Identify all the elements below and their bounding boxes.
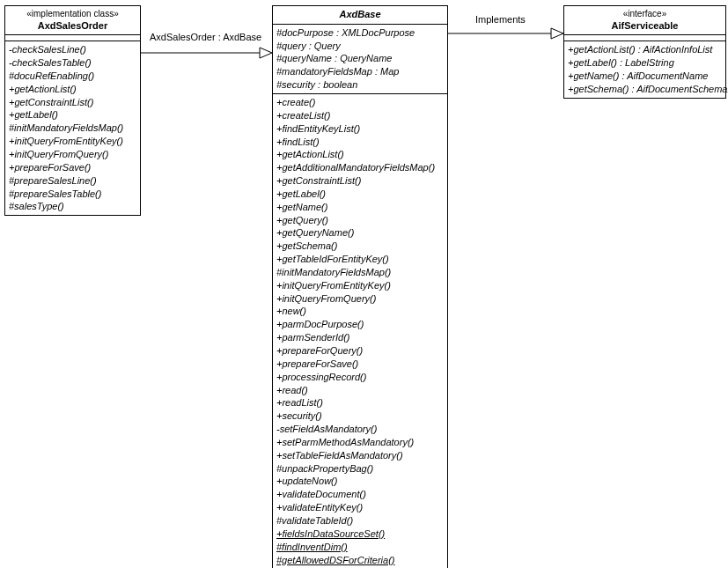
class-header: AxdBase (273, 6, 447, 25)
uml-member: +createList() (276, 109, 444, 122)
uml-member: +validateEntityKey() (276, 501, 444, 514)
uml-member: #initMandatoryFieldsMap() (9, 122, 136, 135)
class-aif-serviceable: «interface» AifServiceable +getActionLis… (563, 5, 726, 99)
relation-label-implements: Implements (475, 14, 526, 25)
uml-member: +initQueryFromQuery() (276, 292, 444, 306)
uml-member: +initQueryFromEntityKey() (276, 279, 444, 292)
uml-member: +getSchema() : AifDocumentSchemaXml (568, 83, 722, 96)
uml-member: #findInventDim() (276, 541, 444, 554)
uml-member: +getQueryName() (276, 226, 444, 240)
uml-member: #queryName : QueryName (276, 52, 444, 65)
uml-member: +getName() (276, 201, 444, 214)
uml-member: +read() (276, 384, 444, 397)
connector-implements (448, 25, 564, 42)
class-header: «implementation class» AxdSalesOrder (5, 6, 140, 35)
attributes-section (564, 35, 725, 41)
class-axd-sales-order: «implementation class» AxdSalesOrder -ch… (4, 5, 141, 216)
uml-member: +getLabel() : LabelString (568, 56, 722, 70)
uml-member: +getActionList() (9, 83, 136, 96)
uml-member: +prepareForQuery() (276, 344, 444, 358)
uml-member: +parmSenderId() (276, 331, 444, 344)
uml-member: +updateNow() (276, 475, 444, 488)
uml-member: +getConstraintList() (276, 174, 444, 188)
uml-member: +getAdditionalMandatoryFieldsMap() (276, 161, 444, 174)
uml-member: +processingRecord() (276, 371, 444, 384)
uml-member: +getLabel() (276, 188, 444, 201)
uml-member: #docPurpose : XMLDocPurpose (276, 26, 444, 40)
uml-member: +parmDocPurpose() (276, 318, 444, 331)
uml-member: #docuRefEnabling() (9, 70, 136, 83)
uml-member: #unpackPropertyBag() (276, 462, 444, 476)
uml-member: #validateTableId() (276, 514, 444, 527)
uml-member: #security : boolean (276, 78, 444, 92)
class-header: «interface» AifServiceable (564, 6, 725, 35)
uml-member: -setFieldAsMandatory() (276, 423, 444, 436)
uml-member: +create() (276, 96, 444, 109)
uml-member: +getActionList() (276, 148, 444, 161)
class-name-label: AxdSalesOrder (38, 20, 107, 31)
class-axd-base: AxdBase #docPurpose : XMLDocPurpose#quer… (272, 5, 448, 568)
uml-member: #getAllowedDSForCriteria() (276, 554, 444, 567)
connector-realization (141, 44, 273, 62)
uml-member: #query : Query (276, 40, 444, 53)
attributes-section: #docPurpose : XMLDocPurpose#query : Quer… (273, 25, 447, 94)
stereotype-label: «implementation class» (11, 9, 135, 20)
svg-marker-3 (551, 28, 563, 39)
uml-member: +prepareForSave() (9, 161, 136, 174)
uml-member: +readList() (276, 396, 444, 409)
operations-section: +create()+createList()+findEntityKeyList… (273, 94, 447, 568)
operations-section: -checkSalesLine()-checkSalesTable()#docu… (5, 41, 140, 215)
uml-member: +setTableFieldAsMandatory() (276, 449, 444, 462)
uml-member: #prepareSalesLine() (9, 174, 136, 188)
attributes-section (5, 35, 140, 41)
uml-member: +new() (276, 305, 444, 318)
uml-member: +validateDocument() (276, 488, 444, 501)
uml-member: +initQueryFromQuery() (9, 148, 136, 161)
class-name-label: AifServiceable (612, 20, 679, 31)
uml-member: +getSchema() (276, 240, 444, 253)
uml-member: +fieldsInDataSourceSet() (276, 527, 444, 541)
uml-member: +setParmMethodAsMandatory() (276, 436, 444, 449)
uml-member: -checkSalesTable() (9, 56, 136, 70)
uml-member: +security() (276, 409, 444, 423)
class-name-label: AxdBase (339, 9, 380, 19)
svg-marker-1 (260, 48, 272, 58)
stereotype-label: «interface» (570, 9, 720, 20)
uml-member: #salesType() (9, 200, 136, 213)
relation-label-realization: AxdSalesOrder : AxdBase (150, 32, 261, 42)
uml-member: +findList() (276, 136, 444, 149)
uml-member: #prepareSalesTable() (9, 188, 136, 201)
uml-member: +findEntityKeyList() (276, 122, 444, 136)
uml-member: +getName() : AifDocumentName (568, 70, 722, 83)
uml-member: -checkSalesLine() (9, 43, 136, 56)
uml-member: +getConstraintList() (9, 96, 136, 109)
uml-member: +getActionList() : AifActionInfoList (568, 43, 722, 56)
uml-member: +getQuery() (276, 214, 444, 227)
uml-member: #initMandatoryFieldsMap() (276, 266, 444, 279)
uml-member: +initQueryFromEntityKey() (9, 135, 136, 148)
operations-section: +getActionList() : AifActionInfoList+get… (564, 41, 725, 97)
uml-member: +getLabel() (9, 108, 136, 122)
uml-member: +prepareForSave() (276, 358, 444, 371)
uml-member: #mandatoryFieldsMap : Map (276, 65, 444, 78)
uml-member: +getTableIdForEntityKey() (276, 253, 444, 266)
